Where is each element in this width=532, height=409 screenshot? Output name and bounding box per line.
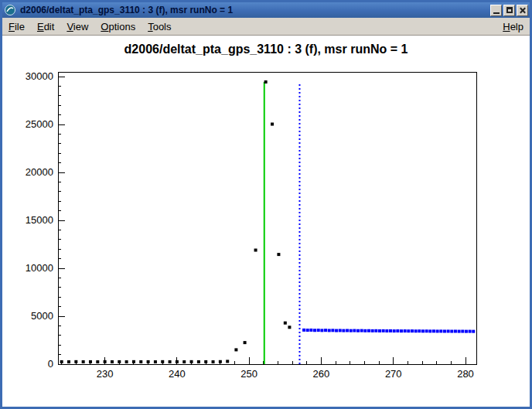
x-tick-label: 230 [97,368,114,380]
x-tick-label: 270 [385,368,402,380]
menu-tools[interactable]: Tools [148,21,171,32]
close-icon [519,7,526,14]
y-tick-label: 10000 [26,262,53,274]
root-logo-icon [5,5,15,15]
y-tick-label: 25000 [26,118,53,130]
menu-view[interactable]: View [66,21,88,32]
x-tick-label: 240 [169,368,186,380]
y-tick-label: 15000 [26,214,53,226]
minimize-button[interactable] [490,5,502,16]
window-controls [490,5,528,16]
x-axis: 230240250260270280 [62,357,474,380]
y-tick-label: 5000 [31,310,53,322]
y-tick-label: 20000 [26,166,53,178]
histogram-data-points [60,80,292,363]
app-icon [4,4,16,16]
canvas-area[interactable]: d2006/deltat_pta_gps_3110 : 3 (f), msr r… [2,36,530,407]
root-canvas-window: d2006/deltat_pta_gps_3110 : 3 (f), msr r… [0,0,532,409]
maximize-button[interactable] [503,5,515,16]
title-bar[interactable]: d2006/deltat_pta_gps_3110 : 3 (f), msr r… [2,2,530,18]
x-tick-label: 250 [240,368,257,380]
plot: 2302402502602702800500010000150002000025… [2,36,530,407]
y-axis: 050001000015000200002500030000 [26,70,65,370]
y-tick-label: 0 [48,358,53,370]
menu-help[interactable]: Help [503,21,523,32]
theory-points [302,329,475,333]
plot-frame [58,72,476,364]
x-tick-label: 280 [457,368,474,380]
menu-edit[interactable]: Edit [37,21,54,32]
maximize-icon [506,7,513,13]
minimize-icon [493,12,500,14]
menu-options[interactable]: Options [101,21,135,32]
menu-bar: File Edit View Options Tools Help [2,18,530,36]
close-button[interactable] [517,5,528,16]
menu-file[interactable]: File [9,21,25,32]
x-tick-label: 260 [313,368,330,380]
y-tick-label: 30000 [26,70,53,82]
window-title: d2006/deltat_pta_gps_3110 : 3 (f), msr r… [20,5,487,15]
